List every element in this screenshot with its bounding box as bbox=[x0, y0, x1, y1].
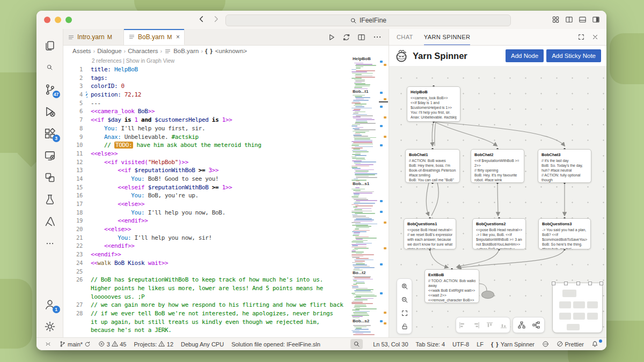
maximize-panel-icon[interactable] bbox=[577, 33, 585, 41]
status-item-solution[interactable]: Solution file opened: IFeelFine.sln bbox=[229, 341, 323, 348]
breadcrumb[interactable]: Assets› Dialogue› Characters› BoB.yarn› … bbox=[63, 46, 389, 56]
minimize-traffic-light[interactable] bbox=[55, 17, 61, 23]
align-bottom-button[interactable] bbox=[497, 319, 510, 332]
node-body-line: though bbox=[541, 178, 588, 182]
activity-bar-item-testing[interactable] bbox=[39, 188, 61, 210]
close-traffic-light[interactable] bbox=[44, 17, 50, 23]
editor-tab-intro-yarn[interactable]: Intro.yarnM bbox=[63, 29, 124, 45]
status-item-eol[interactable]: LF bbox=[474, 341, 486, 348]
align-left-button[interactable] bbox=[456, 319, 469, 332]
node-body-line: // we reset BoB's expression bbox=[407, 232, 452, 237]
debug-icon bbox=[44, 106, 56, 117]
activity-bar-item-settings[interactable] bbox=[39, 315, 61, 337]
activity-bar-item-search[interactable] bbox=[39, 56, 61, 78]
node-title: ExitBoB bbox=[428, 272, 475, 277]
node-body-line: <<face BoB surprised>> bbox=[476, 247, 522, 249]
fit-view-button[interactable] bbox=[398, 306, 411, 320]
node-body-line: not $toldBobYouLikeHim>> bbox=[476, 242, 522, 247]
align-right-button[interactable] bbox=[470, 319, 483, 332]
panel-tab-chat[interactable]: CHAT bbox=[397, 29, 413, 45]
breadcrumb-item[interactable]: BoB.yarn bbox=[173, 48, 199, 54]
auto-layout-horizontal-button[interactable] bbox=[529, 319, 543, 332]
forward-icon[interactable] bbox=[212, 15, 220, 23]
zoom-in-button[interactable] bbox=[398, 279, 411, 293]
tab-close-icon[interactable]: × bbox=[176, 33, 180, 41]
jump-node-oval[interactable] bbox=[481, 291, 494, 299]
more-actions-icon[interactable] bbox=[372, 32, 382, 42]
status-item-tab-size[interactable]: Tab Size: 4 bbox=[413, 341, 448, 348]
status-item-notifications[interactable] bbox=[589, 341, 601, 348]
graph-node-bobchat2[interactable]: BobChat2<<if $reputationWithBoB >=2>>// … bbox=[471, 149, 524, 183]
activity-bar-item-extensions[interactable]: 3 bbox=[39, 122, 61, 144]
align-top-button[interactable] bbox=[484, 319, 496, 332]
zoom-traffic-light[interactable] bbox=[65, 17, 72, 23]
code-line: Higher points he likes us more, lower ar… bbox=[63, 284, 350, 293]
braces-icon: { } bbox=[491, 341, 499, 348]
graph-node-exitbob[interactable]: ExitBoB// TODO: ACTION: Bob walksaway<<w… bbox=[425, 269, 479, 303]
status-item-cursor-position[interactable]: Ln 53, Col 30 bbox=[370, 341, 411, 348]
status-item-debug-config[interactable]: Debug Any CPU bbox=[178, 341, 226, 348]
toggle-panel-icon[interactable] bbox=[579, 16, 587, 24]
panel-tab-yarn-spinner[interactable]: YARN SPINNER bbox=[424, 29, 471, 45]
add-sticky-note-button[interactable]: Add Sticky Note bbox=[546, 49, 601, 62]
status-text: Tab Size: 4 bbox=[416, 341, 445, 348]
status-item-prettier[interactable]: Prettier bbox=[554, 341, 587, 348]
graph-node-bobchat3[interactable]: BobChat3// it's the last dayBoB: So. Tod… bbox=[538, 149, 591, 183]
graph-node-bobquestions2[interactable]: BobQuestions2<<pose BoB Head neutral>>->… bbox=[472, 218, 526, 249]
breadcrumb-item[interactable]: Characters bbox=[128, 48, 158, 54]
status-item-language-mode[interactable]: { }Yarn Spinner bbox=[488, 341, 537, 348]
zoom-out-button[interactable] bbox=[398, 293, 411, 306]
lock-button[interactable] bbox=[398, 320, 411, 333]
sticky-note-overview[interactable] bbox=[552, 283, 603, 333]
graph-node-helpbob[interactable]: HelpBoB<<camera_look BoB>><<if $day is 1… bbox=[407, 86, 460, 122]
status-item-encoding[interactable]: UTF-8 bbox=[450, 341, 472, 348]
add-node-button[interactable]: Add Node bbox=[506, 49, 544, 62]
window-titlebar[interactable]: IFeelFine bbox=[36, 11, 606, 29]
noslash-icon bbox=[557, 341, 564, 348]
back-icon[interactable] bbox=[197, 15, 206, 23]
close-panel-icon[interactable] bbox=[591, 33, 599, 41]
node-body-line: <<if $reputationWithBoB >= bbox=[474, 158, 521, 163]
compare-changes-icon[interactable] bbox=[342, 33, 350, 41]
breadcrumb-symbol[interactable]: <unknown> bbox=[215, 48, 247, 54]
minimap[interactable]: HelpBoBBob...t1Bob...s1Bo...t2Bob...s2 bbox=[350, 56, 377, 337]
activity-bar-item-references[interactable] bbox=[39, 166, 61, 188]
split-editor-icon[interactable] bbox=[357, 33, 365, 41]
activity-bar-item-azure[interactable] bbox=[39, 210, 61, 232]
run-file-icon[interactable] bbox=[327, 33, 335, 41]
editor-tab-bob-yarn[interactable]: BoB.yarnM× bbox=[124, 29, 185, 45]
breadcrumb-item[interactable]: Dialogue bbox=[97, 48, 121, 54]
customize-layout-icon[interactable] bbox=[552, 16, 560, 24]
status-item-zoom-indicator[interactable] bbox=[350, 339, 363, 349]
auto-layout-vertical-button[interactable] bbox=[515, 319, 528, 332]
graph-view[interactable]: HelpBoB<<camera_look BoB>><<if $day is 1… bbox=[389, 66, 606, 337]
activity-bar-item-run-debug[interactable] bbox=[39, 100, 61, 122]
activity-bar-item-more[interactable] bbox=[39, 232, 61, 254]
minimap-section-label: HelpBoB bbox=[352, 56, 372, 61]
codelens[interactable]: 2 references | Show in Graph View bbox=[92, 58, 174, 64]
breadcrumb-item[interactable]: Assets bbox=[72, 48, 91, 54]
symbol-icon: { } bbox=[205, 48, 213, 54]
code-editor[interactable]: 2 references | Show in Graph View 1title… bbox=[63, 56, 389, 337]
status-item-git-branch[interactable]: main* bbox=[56, 341, 93, 348]
split-editor-icon[interactable] bbox=[565, 16, 573, 24]
activity-bar-item-remote-explorer[interactable] bbox=[39, 144, 61, 166]
code-line: 24<<walk BoB Kiosk wait>> bbox=[63, 259, 350, 268]
status-item-copilot[interactable] bbox=[539, 341, 552, 348]
desktop-background: IFeelFine 4731 Intro.yarnMBoB.yarnM× bbox=[0, 0, 644, 362]
graph-node-bobquestions1[interactable]: BobQuestions1<<pose BoB Head neutral>>//… bbox=[404, 218, 456, 249]
graph-node-bobchat1[interactable]: BobChat1// ACTION: BoB wavesBoB: Hey the… bbox=[405, 149, 460, 183]
command-center-search[interactable]: IFeelFine bbox=[225, 14, 511, 26]
activity-bar-item-explorer[interactable] bbox=[39, 34, 61, 56]
code-line: 19 <<endif>> bbox=[63, 217, 350, 225]
activity-bar-item-source-control[interactable]: 47 bbox=[39, 78, 61, 100]
bell-icon bbox=[591, 341, 598, 348]
code-line: 26// BoB has $reputationWithBoB to keep … bbox=[63, 276, 350, 284]
toggle-sidebar-icon[interactable] bbox=[592, 16, 600, 24]
status-item-remote[interactable] bbox=[42, 341, 54, 348]
status-item-projects[interactable]: Projects:12 bbox=[131, 341, 177, 348]
graph-node-bobquestions3[interactable]: BobQuestions3-> You said you had a plan,… bbox=[538, 218, 591, 249]
activity-bar-item-accounts[interactable]: 1 bbox=[39, 293, 61, 315]
editor-tab-bar: Intro.yarnMBoB.yarnM× bbox=[63, 29, 389, 46]
status-item-problems[interactable]: 345 bbox=[96, 341, 129, 348]
